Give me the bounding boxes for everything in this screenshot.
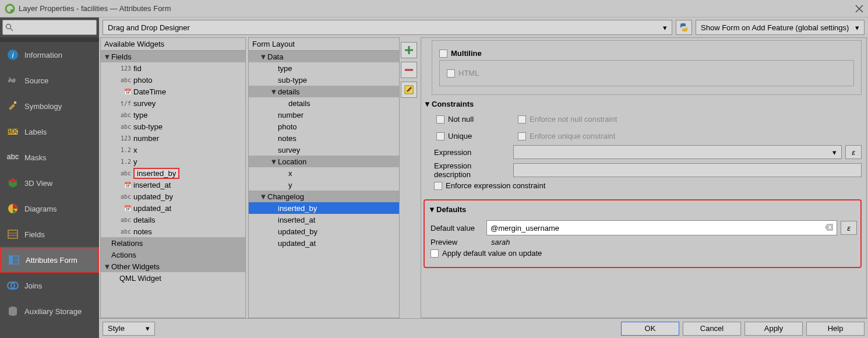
help-button[interactable]: Help bbox=[806, 322, 865, 336]
apply-on-update-checkbox[interactable]: Apply default value on update bbox=[431, 249, 857, 258]
default-expression-builder-button[interactable]: ε bbox=[841, 221, 857, 235]
tree-row[interactable]: 1.2y bbox=[101, 156, 245, 167]
chevron-down-icon: ▾ bbox=[855, 23, 859, 32]
tree-row[interactable]: x bbox=[249, 167, 399, 179]
unique-checkbox[interactable]: Unique bbox=[436, 132, 518, 140]
edit-button[interactable] bbox=[401, 82, 417, 98]
tree-row[interactable]: 123fid bbox=[101, 62, 245, 74]
top-row: Drag and Drop Designer ▾ Show Form on Ad… bbox=[99, 17, 868, 37]
sidebar-item-joins[interactable]: Joins bbox=[0, 273, 99, 298]
tree-row[interactable]: ▼Changelog bbox=[249, 191, 399, 202]
tree-row[interactable]: 📅DateTime bbox=[101, 86, 245, 97]
abc-icon: abc bbox=[5, 124, 21, 140]
tree-row[interactable]: 📅inserted_at bbox=[101, 179, 245, 191]
clear-icon[interactable] bbox=[825, 224, 833, 233]
available-widgets-tree[interactable]: ▼Fields123fidabcphoto📅DateTimet/fsurveya… bbox=[101, 51, 245, 318]
defaults-header[interactable]: ▼ Defaults bbox=[428, 203, 857, 216]
tree-row[interactable]: QML Widget bbox=[101, 272, 245, 284]
tree-row[interactable]: ▼Location bbox=[249, 156, 399, 167]
apply-button[interactable]: Apply bbox=[744, 322, 803, 336]
sidebar-item-information[interactable]: iInformation bbox=[0, 42, 99, 68]
expression-desc-input[interactable] bbox=[513, 163, 862, 177]
sidebar-item-source[interactable]: Source bbox=[0, 68, 99, 93]
tree-row[interactable]: t/fsurvey bbox=[101, 97, 245, 109]
constraints-title: Constraints bbox=[432, 100, 474, 108]
tree-row[interactable]: abcdetails bbox=[101, 214, 245, 226]
remove-button[interactable] bbox=[401, 62, 417, 78]
html-checkbox[interactable]: HTML bbox=[447, 69, 846, 78]
tree-row[interactable]: Actions bbox=[101, 249, 245, 260]
tree-row[interactable]: 1.2x bbox=[101, 144, 245, 156]
defaults-section: ▼ Defaults Default value @mergin_usernam… bbox=[424, 199, 862, 268]
tree-row[interactable]: updated_by bbox=[249, 226, 399, 237]
close-icon[interactable] bbox=[855, 5, 863, 13]
tree-row[interactable]: type bbox=[249, 62, 399, 74]
tree-row[interactable]: survey bbox=[249, 144, 399, 156]
tree-row[interactable]: abcphoto bbox=[101, 74, 245, 86]
tree-row[interactable]: details bbox=[249, 97, 399, 109]
form-layout-tree[interactable]: ▼Datatypesub-type▼detailsdetailsnumberph… bbox=[249, 51, 399, 318]
sidebar-search[interactable] bbox=[2, 20, 97, 35]
designer-mode-label: Drag and Drop Designer bbox=[108, 23, 190, 32]
multiline-checkbox[interactable]: Multiline bbox=[439, 49, 854, 58]
tree-row[interactable]: inserted_at bbox=[249, 214, 399, 226]
sidebar-item-label: Symbology bbox=[24, 102, 62, 111]
unique-label: Unique bbox=[448, 132, 472, 140]
tree-row[interactable]: Relations bbox=[101, 237, 245, 249]
tree-row[interactable]: ▼Other Widgets bbox=[101, 260, 245, 272]
type-icon: 1.2 bbox=[119, 147, 133, 153]
tree-row[interactable]: y bbox=[249, 179, 399, 191]
tree-label: updated_by bbox=[133, 192, 173, 201]
tree-row[interactable]: abcsub-type bbox=[101, 121, 245, 132]
tree-row[interactable]: ▼details bbox=[249, 86, 399, 97]
style-combo[interactable]: Style ▾ bbox=[103, 322, 155, 336]
table-icon bbox=[5, 226, 21, 242]
sidebar-scroll-top[interactable] bbox=[0, 37, 99, 42]
tree-row[interactable]: abcupdated_by bbox=[101, 191, 245, 202]
tree-row[interactable]: inserted_by bbox=[249, 202, 399, 214]
sidebar-item-diagrams[interactable]: Diagrams bbox=[0, 196, 99, 221]
cancel-button[interactable]: Cancel bbox=[683, 322, 741, 336]
ok-button[interactable]: OK bbox=[621, 322, 679, 336]
tree-row[interactable]: abcnotes bbox=[101, 226, 245, 237]
sidebar-item-symbology[interactable]: Symbology bbox=[0, 93, 99, 119]
tree-row[interactable]: updated_at bbox=[249, 237, 399, 249]
tree-row[interactable]: ▼Data bbox=[249, 51, 399, 62]
show-form-combo[interactable]: Show Form on Add Feature (global setting… bbox=[696, 20, 865, 35]
sidebar-item-3d-view[interactable]: 3D View bbox=[0, 170, 99, 196]
tree-row[interactable]: ▼Fields bbox=[101, 51, 245, 62]
sidebar-list: iInformationSourceSymbologyabcLabelsabcM… bbox=[0, 42, 99, 338]
pie-icon bbox=[5, 200, 21, 217]
sidebar-item-fields[interactable]: Fields bbox=[0, 221, 99, 247]
tree-row[interactable]: 📅updated_at bbox=[101, 202, 245, 214]
sidebar-item-label: Attributes Form bbox=[26, 256, 77, 265]
checkbox-icon bbox=[431, 249, 439, 258]
default-value-label: Default value bbox=[431, 224, 483, 233]
form-layout-panel: Form Layout ▼Datatypesub-type▼detailsdet… bbox=[248, 37, 400, 318]
constraints-header[interactable]: ▼ Constraints bbox=[424, 97, 862, 110]
tree-label: photo bbox=[278, 122, 297, 131]
sidebar-item-labels[interactable]: abcLabels bbox=[0, 119, 99, 145]
not-null-checkbox[interactable]: Not null bbox=[436, 115, 518, 124]
default-value-input[interactable]: @mergin_username bbox=[486, 220, 837, 235]
checkbox-icon bbox=[518, 115, 526, 124]
tree-label: Data bbox=[267, 52, 283, 61]
python-button[interactable] bbox=[676, 20, 692, 35]
tree-row[interactable]: abctype bbox=[101, 109, 245, 121]
designer-mode-combo[interactable]: Drag and Drop Designer ▾ bbox=[103, 20, 672, 35]
sidebar-item-attributes-form[interactable]: Attributes Form bbox=[0, 247, 99, 273]
tree-label: Location bbox=[278, 157, 306, 166]
enforce-expression-checkbox[interactable]: Enforce expression constraint bbox=[434, 181, 862, 190]
add-tab-button[interactable] bbox=[401, 42, 417, 58]
expression-combo[interactable]: ▾ bbox=[513, 145, 842, 159]
sidebar-item-masks[interactable]: abcMasks bbox=[0, 145, 99, 170]
tree-row[interactable]: number bbox=[249, 109, 399, 121]
tree-row[interactable]: photo bbox=[249, 121, 399, 132]
tree-row[interactable]: notes bbox=[249, 132, 399, 144]
tree-row[interactable]: 123number bbox=[101, 132, 245, 144]
tree-row[interactable]: sub-type bbox=[249, 74, 399, 86]
tree-label: inserted_by bbox=[278, 204, 317, 213]
expression-builder-button[interactable]: ε bbox=[845, 145, 862, 159]
tree-row[interactable]: abcinserted_by bbox=[101, 167, 245, 179]
sidebar-item-auxiliary-storage[interactable]: Auxiliary Storage bbox=[0, 298, 99, 324]
